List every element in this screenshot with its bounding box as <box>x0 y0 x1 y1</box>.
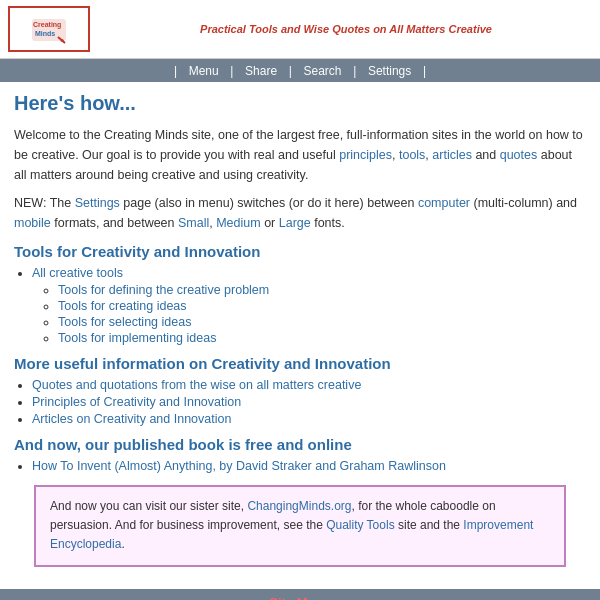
sister-site-box: And now you can visit our sister site, C… <box>34 485 566 567</box>
link-settings-new[interactable]: Settings <box>75 196 120 210</box>
header-tagline: Practical Tools and Wise Quotes on All M… <box>100 23 592 35</box>
list-item: Articles on Creativity and Innovation <box>32 412 586 426</box>
list-item: Tools for creating ideas <box>58 299 586 313</box>
link-small[interactable]: Small <box>178 216 209 230</box>
link-principles[interactable]: principles <box>339 148 392 162</box>
link-quotes-wise[interactable]: Quotes and quotations from the wise on a… <box>32 378 361 392</box>
link-defining[interactable]: Tools for defining the creative problem <box>58 283 269 297</box>
link-implementing[interactable]: Tools for implementing ideas <box>58 331 216 345</box>
intro-paragraph: Welcome to the Creating Minds site, one … <box>14 125 586 185</box>
list-item: How To Invent (Almost) Anything, by Davi… <box>32 459 586 473</box>
list-item: Quotes and quotations from the wise on a… <box>32 378 586 392</box>
list-item: Tools for implementing ideas <box>58 331 586 345</box>
new-paragraph: NEW: The Settings page (also in menu) sw… <box>14 193 586 233</box>
nav-share[interactable]: Share <box>237 62 285 80</box>
link-quality-tools[interactable]: Quality Tools <box>326 518 394 532</box>
link-articles[interactable]: articles <box>432 148 472 162</box>
info-list: Quotes and quotations from the wise on a… <box>32 378 586 426</box>
section2-title: More useful information on Creativity an… <box>14 355 586 372</box>
link-changingminds[interactable]: ChangingMinds.org <box>247 499 351 513</box>
section1-title: Tools for Creativity and Innovation <box>14 243 586 260</box>
book-list: How To Invent (Almost) Anything, by Davi… <box>32 459 586 473</box>
list-item: All creative tools <box>32 266 586 280</box>
link-large[interactable]: Large <box>279 216 311 230</box>
link-tools[interactable]: tools <box>399 148 425 162</box>
list-item: Tools for selecting ideas <box>58 315 586 329</box>
link-principles2[interactable]: Principles of Creativity and Innovation <box>32 395 241 409</box>
list-item: Tools for defining the creative problem <box>58 283 586 297</box>
list-item: Principles of Creativity and Innovation <box>32 395 586 409</box>
link-mobile[interactable]: mobile <box>14 216 51 230</box>
nav-settings[interactable]: Settings <box>360 62 419 80</box>
header: Creating Minds Practical Tools and Wise … <box>0 0 600 59</box>
logo-icon: Creating Minds <box>30 13 68 45</box>
link-book[interactable]: How To Invent (Almost) Anything, by Davi… <box>32 459 446 473</box>
site-menu: Site Menu | Home | Top | Settings | | To… <box>0 589 600 600</box>
link-articles2[interactable]: Articles on Creativity and Innovation <box>32 412 231 426</box>
page-title: Here's how... <box>14 92 586 115</box>
nav-menu[interactable]: Menu <box>181 62 227 80</box>
svg-text:Minds: Minds <box>35 30 55 37</box>
link-computer[interactable]: computer <box>418 196 470 210</box>
link-selecting[interactable]: Tools for selecting ideas <box>58 315 191 329</box>
main-content: Here's how... Welcome to the Creating Mi… <box>0 82 600 589</box>
link-medium[interactable]: Medium <box>216 216 260 230</box>
section3-title: And now, our published book is free and … <box>14 436 586 453</box>
link-creating[interactable]: Tools for creating ideas <box>58 299 187 313</box>
site-menu-title: Site Menu <box>0 595 600 600</box>
navbar: | Menu | Share | Search | Settings | <box>0 59 600 82</box>
logo[interactable]: Creating Minds <box>8 6 90 52</box>
nav-search[interactable]: Search <box>296 62 350 80</box>
svg-text:Creating: Creating <box>33 21 61 29</box>
link-improvement[interactable]: Improvement Encyclopedia <box>50 518 533 551</box>
tools-sublist: Tools for defining the creative problem … <box>58 283 586 345</box>
link-quotes[interactable]: quotes <box>500 148 538 162</box>
link-all-tools[interactable]: All creative tools <box>32 266 123 280</box>
tools-list: All creative tools Tools for defining th… <box>32 266 586 345</box>
